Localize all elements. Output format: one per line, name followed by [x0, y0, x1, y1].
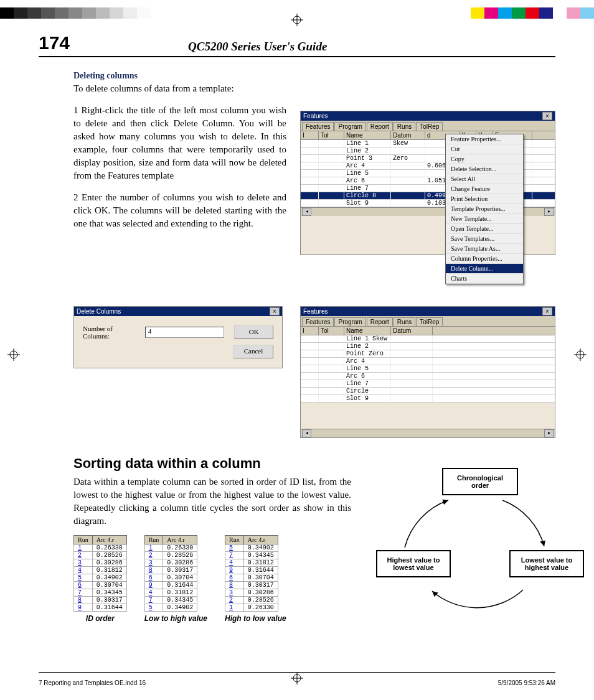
table-row[interactable]: Slot 9	[301, 395, 555, 403]
table-row: 10.26330	[144, 544, 197, 552]
tab-program[interactable]: Program	[334, 317, 365, 326]
menu-item[interactable]: Print Selection	[446, 194, 523, 204]
menu-item[interactable]: Feature Properties...	[446, 134, 523, 144]
step-1: 1 Right-click the title of the left most…	[73, 104, 286, 182]
footer-timestamp: 5/9/2005 9:53:26 AM	[498, 679, 555, 686]
menu-item[interactable]: Template Properties...	[446, 204, 523, 214]
header-rule	[39, 56, 555, 57]
table-row: 80.30317	[225, 582, 278, 589]
table-row[interactable]: Line 7	[301, 380, 555, 388]
tab-runs[interactable]: Runs	[394, 317, 415, 326]
delete-columns-dialog: Delete Columns× Number of Columns: 4 OK …	[73, 306, 283, 368]
features-window-screenshot: Features× FeaturesProgramReportRunsTolRe…	[300, 111, 555, 255]
table-row[interactable]: Arc 4	[301, 358, 555, 365]
footer-rule	[39, 672, 555, 673]
table-row: 50.34902	[74, 574, 127, 582]
tab-program[interactable]: Program	[334, 122, 365, 131]
menu-item[interactable]: Copy	[446, 154, 523, 164]
cancel-button[interactable]: Cancel	[233, 345, 273, 358]
tab-report[interactable]: Report	[367, 317, 393, 326]
footer-file: 7 Reporting and Templates OE.indd 16	[39, 679, 146, 686]
column-header[interactable]: Datum	[391, 131, 425, 139]
tab-features[interactable]: Features	[302, 122, 334, 131]
table-row: 30.30286	[144, 559, 197, 567]
table-row[interactable]: Line 2	[301, 343, 555, 350]
table-caption: High to low value	[225, 614, 286, 623]
scroll-right-icon[interactable]: ▸	[544, 208, 554, 216]
column-header[interactable]: Arc 4.r	[92, 536, 126, 544]
close-icon[interactable]: ×	[542, 307, 552, 315]
table-row[interactable]: Point Zero	[301, 350, 555, 358]
column-header[interactable]: Name	[344, 327, 391, 335]
table-row: 70.34345	[225, 552, 278, 559]
table-row: 90.31644	[225, 567, 278, 574]
table-row: 30.30286	[74, 559, 127, 567]
column-header[interactable]: Tol	[319, 131, 344, 139]
ok-button[interactable]: OK	[234, 325, 273, 339]
table-row: 50.34902	[225, 544, 278, 552]
column-header[interactable]: Arc 4.r	[243, 536, 278, 544]
column-header[interactable]: Arc 4.r	[163, 536, 197, 544]
column-header[interactable]: I	[301, 131, 319, 139]
column-header[interactable]: Tol	[319, 327, 344, 335]
window-title: Features	[303, 307, 328, 316]
scroll-left-icon[interactable]: ◂	[302, 429, 311, 437]
tab-features[interactable]: Features	[302, 317, 334, 326]
registration-mark-icon	[291, 14, 303, 26]
column-header[interactable]: Run	[144, 536, 163, 544]
sort-table-id_order: RunArc 4.r10.2633020.2852630.3028640.318…	[73, 535, 127, 612]
menu-item[interactable]: Change Feature	[446, 184, 523, 194]
context-menu: Feature Properties...CutCopyDelete Selec…	[445, 134, 524, 284]
window-title: Features	[303, 111, 328, 121]
table-row: 50.34902	[144, 604, 197, 612]
table-row: 80.30317	[144, 567, 197, 574]
table-row: 60.30704	[225, 574, 278, 582]
table-row: 20.28526	[74, 552, 127, 559]
step-2: 2 Enter the number of columns you wish t…	[73, 191, 286, 230]
column-header[interactable]: Run	[74, 536, 93, 544]
cycle-node-high-low: Highest value to lowest value	[376, 550, 451, 577]
scroll-right-icon[interactable]: ▸	[544, 429, 554, 437]
tab-report[interactable]: Report	[367, 122, 393, 131]
table-row[interactable]: Line 5	[301, 365, 555, 373]
menu-item[interactable]: Select All	[446, 174, 523, 184]
table-row[interactable]: Circle	[301, 388, 555, 395]
column-header[interactable]: Name	[344, 131, 391, 139]
menu-item[interactable]: Delete Selection...	[446, 164, 523, 174]
close-icon[interactable]: ×	[542, 112, 552, 120]
features-window-after-screenshot: Features× FeaturesProgramReportRunsTolRe…	[300, 306, 555, 438]
table-row[interactable]: Arc 6	[301, 373, 555, 380]
dialog-title: Delete Columns	[77, 307, 121, 316]
scroll-left-icon[interactable]: ◂	[302, 208, 311, 216]
cycle-node-chrono: Chronological order	[442, 468, 518, 495]
table-row: 60.30704	[144, 574, 197, 582]
menu-item[interactable]: Delete Column...	[446, 264, 523, 274]
menu-item[interactable]: Cut	[446, 144, 523, 154]
table-row[interactable]: Line 1 Skew	[301, 335, 555, 343]
num-columns-input[interactable]: 4	[145, 327, 225, 338]
table-row: 20.28526	[225, 597, 278, 604]
tab-runs[interactable]: Runs	[394, 122, 415, 131]
table-row: 90.31644	[144, 582, 197, 589]
section-heading-sorting: Sorting data within a column	[73, 455, 351, 472]
tab-tolrep[interactable]: TolRep	[416, 317, 443, 326]
guide-title: QC5200 Series User's Guide	[188, 40, 327, 54]
tab-tolrep[interactable]: TolRep	[416, 122, 443, 131]
menu-item[interactable]: Save Template As...	[446, 244, 523, 254]
table-caption: ID order	[73, 614, 127, 623]
table-row: 70.34345	[74, 589, 127, 597]
column-header[interactable]: Datum	[391, 327, 433, 335]
table-row: 60.30704	[74, 582, 127, 589]
close-icon[interactable]: ×	[270, 307, 280, 315]
menu-item[interactable]: Column Properties...	[446, 254, 523, 264]
menu-item[interactable]: Open Template...	[446, 224, 523, 234]
column-header[interactable]: I	[301, 327, 319, 335]
menu-item[interactable]: New Template...	[446, 214, 523, 224]
intro-para: To delete columns of data from a templat…	[73, 82, 286, 95]
table-row: 10.26330	[74, 544, 127, 552]
column-header[interactable]: Run	[225, 536, 244, 544]
page-number: 174	[39, 32, 70, 54]
sorting-para: Data within a template column can be sor…	[73, 475, 351, 528]
menu-item[interactable]: Save Templates...	[446, 234, 523, 244]
menu-item[interactable]: Charts	[446, 274, 523, 284]
